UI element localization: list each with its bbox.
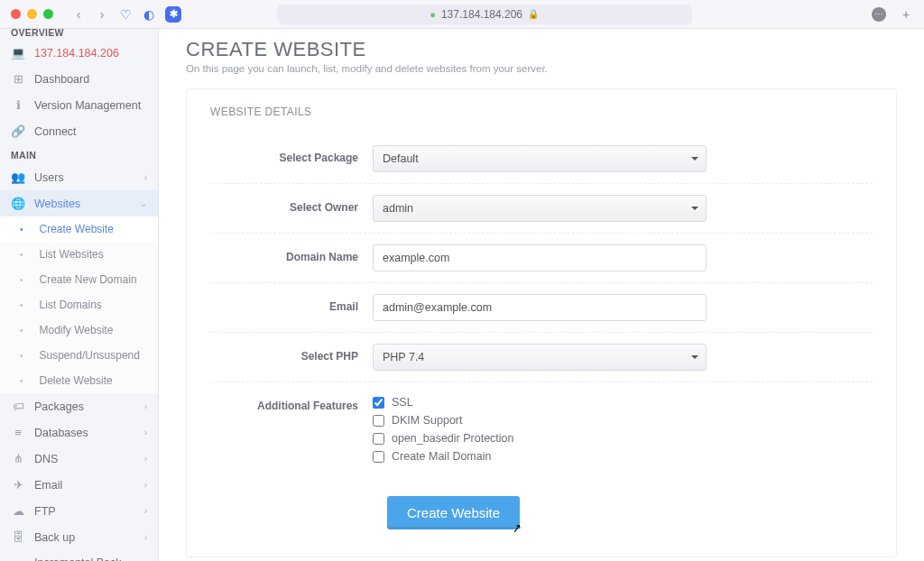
moon-icon[interactable]: ◐: [142, 7, 156, 22]
sidebar-item-label: DNS: [34, 453, 135, 465]
sidebar-item-dashboard[interactable]: ⊞Dashboard: [0, 66, 158, 92]
chevron-right-icon: ›: [144, 401, 147, 411]
feature-row-dkim-support: DKIM Support: [373, 411, 707, 429]
version-icon: ℹ: [11, 98, 25, 112]
label-owner: Select Owner: [210, 195, 373, 214]
feature-label: open_basedir Protection: [392, 432, 514, 445]
sidebar-subitem-label: Create New Domain: [40, 273, 147, 286]
sidebar-subitem-label: Modify Website: [40, 324, 147, 336]
chevron-down-icon: ⌄: [140, 198, 147, 208]
sidebar-item-label: Connect: [34, 125, 147, 138]
label-php: Select PHP: [210, 344, 373, 363]
sidebar-item-websites[interactable]: 🌐Websites⌄: [0, 190, 158, 216]
select-owner[interactable]: admin: [373, 195, 707, 222]
sidebar-item-users[interactable]: 👥Users›: [0, 164, 158, 190]
sidebar-subitem-suspend-unsuspend[interactable]: Suspend/Unsuspend: [0, 343, 158, 368]
feature-row-ssl: SSL: [373, 393, 707, 411]
sidebar-subitem-label: Delete Website: [40, 374, 147, 387]
laptop-icon: 💻: [11, 46, 25, 60]
address-url: 137.184.184.206: [441, 8, 522, 21]
email-input[interactable]: [373, 294, 707, 321]
maximize-window-icon[interactable]: [43, 9, 53, 19]
close-window-icon[interactable]: [11, 9, 21, 19]
sidebar-item-label: Incremental Back up: [34, 556, 135, 561]
back-icon[interactable]: ‹: [71, 7, 86, 22]
users-icon: 👥: [11, 170, 25, 184]
sidebar-item-dns[interactable]: ⋔DNS›: [0, 446, 158, 472]
sidebar-item-ftp[interactable]: ☁FTP›: [0, 498, 158, 524]
chevron-right-icon: ›: [144, 428, 147, 437]
sidebar-subitem-label: List Domains: [40, 299, 147, 311]
websites-icon: 🌐: [11, 197, 25, 210]
sidebar-item-version-management[interactable]: ℹVersion Management: [0, 92, 158, 118]
chevron-right-icon: ›: [144, 506, 147, 516]
website-details-card: WEBSITE DETAILS Select Package Default S…: [186, 88, 897, 557]
dashboard-icon: ⊞: [11, 72, 25, 86]
sidebar-item-label: Email: [34, 479, 135, 492]
label-features: Additional Features: [210, 393, 373, 412]
lock-icon: 🔒: [528, 9, 539, 19]
feature-label: Create Mail Domain: [392, 450, 491, 463]
more-icon[interactable]: ⋯: [872, 7, 886, 22]
page-title: CREATE WEBSITE: [186, 38, 897, 61]
sidebar-item-connect[interactable]: 🔗Connect: [0, 118, 158, 144]
sidebar-subitem-list-websites[interactable]: List Websites: [0, 242, 158, 267]
address-bar[interactable]: ● 137.184.184.206 🔒: [277, 5, 692, 24]
feature-row-open-basedir-protection: open_basedir Protection: [373, 429, 707, 447]
feature-checkbox-create-mail-domain[interactable]: [373, 451, 384, 463]
minimize-window-icon[interactable]: [27, 9, 37, 19]
sidebar-item-label: Users: [34, 171, 135, 184]
sidebar-subitem-create-website[interactable]: Create Website: [0, 216, 158, 242]
card-section-title: WEBSITE DETAILS: [210, 106, 873, 118]
dns-icon: ⋔: [11, 452, 25, 465]
browser-nav: ‹ › ♡ ◐ ✱: [71, 6, 181, 23]
sidebar-item-incremental-back-up[interactable]: 🗃Incremental Back up›: [0, 550, 158, 561]
sidebar-subitem-delete-website[interactable]: Delete Website: [0, 368, 158, 393]
sidebar-item-back-up[interactable]: 🗄Back up›: [0, 524, 158, 550]
databases-icon: ≡: [11, 426, 25, 439]
page-subtitle: On this page you can launch, list, modif…: [186, 63, 897, 74]
feature-checkbox-open-basedir-protection[interactable]: [373, 433, 384, 445]
chevron-right-icon: ›: [144, 532, 147, 542]
sidebar-item-label: Databases: [34, 427, 135, 439]
new-tab-icon[interactable]: +: [899, 7, 913, 22]
chevron-right-icon: ›: [144, 454, 147, 464]
feature-checkbox-ssl[interactable]: [373, 397, 384, 409]
sidebar-item-label: Dashboard: [34, 73, 147, 86]
secure-icon: ●: [430, 9, 436, 20]
sidebar-subitem-label: Suspend/Unsuspend: [40, 349, 147, 362]
extension-icon[interactable]: ✱: [165, 6, 181, 23]
sidebar-subitem-label: Create Website: [40, 223, 147, 235]
sidebar-item-label: Version Management: [34, 99, 147, 112]
sidebar-section-overview: OVERVIEW: [0, 29, 158, 40]
sidebar-submenu-websites: Create WebsiteList WebsitesCreate New Do…: [0, 216, 158, 393]
select-package[interactable]: Default: [373, 145, 707, 172]
feature-checkbox-dkim-support[interactable]: [373, 415, 384, 427]
forward-icon[interactable]: ›: [95, 7, 109, 22]
sidebar-subitem-label: List Websites: [40, 248, 147, 261]
label-domain: Domain Name: [210, 244, 373, 263]
sidebar-item-email[interactable]: ✈Email›: [0, 472, 158, 498]
sidebar-subitem-list-domains[interactable]: List Domains: [0, 292, 158, 317]
sidebar-item-label: Websites: [34, 198, 131, 210]
sidebar-subitem-create-new-domain[interactable]: Create New Domain: [0, 267, 158, 292]
browser-chrome: ‹ › ♡ ◐ ✱ ● 137.184.184.206 🔒 ⋯ +: [0, 0, 924, 29]
sidebar-subitem-modify-website[interactable]: Modify Website: [0, 317, 158, 343]
domain-input[interactable]: [373, 244, 707, 271]
sidebar-item-databases[interactable]: ≡Databases›: [0, 419, 158, 446]
chevron-right-icon: ›: [144, 172, 147, 182]
packages-icon: 🏷: [11, 400, 25, 413]
label-email: Email: [210, 294, 373, 313]
select-php[interactable]: PHP 7.4: [373, 344, 707, 371]
sidebar-item-packages[interactable]: 🏷Packages›: [0, 393, 158, 419]
shield-icon[interactable]: ♡: [118, 7, 133, 22]
sidebar-item-server-ip[interactable]: 💻 137.184.184.206: [0, 40, 158, 66]
ftp-icon: ☁: [11, 504, 25, 518]
sidebar: OVERVIEW 💻 137.184.184.206 ⊞DashboardℹVe…: [0, 29, 159, 561]
create-website-button[interactable]: Create Website: [387, 496, 520, 529]
email-icon: ✈: [11, 478, 25, 492]
traffic-lights: [11, 9, 53, 19]
server-ip-label: 137.184.184.206: [34, 47, 147, 60]
backup-icon: 🗄: [11, 530, 25, 544]
content: CREATE WEBSITE On this page you can laun…: [159, 29, 924, 561]
